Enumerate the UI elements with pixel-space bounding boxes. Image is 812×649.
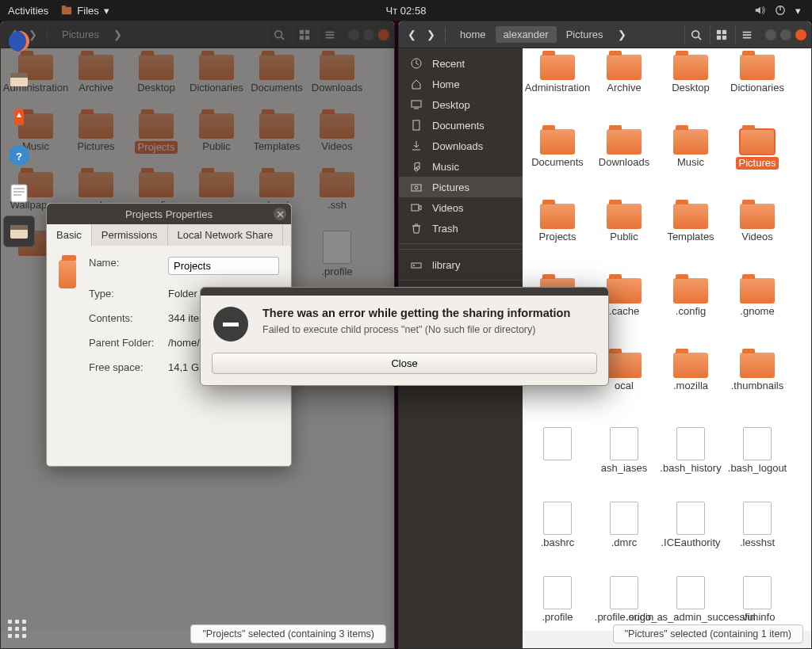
folder-icon [607, 204, 642, 229]
chevron-down-icon[interactable]: ▾ [795, 5, 801, 17]
file-icon [543, 427, 572, 460]
search-button[interactable] [684, 25, 707, 44]
file-icon [676, 502, 705, 535]
files-app-icon [61, 5, 72, 16]
svg-rect-11 [11, 185, 27, 202]
name-input[interactable] [168, 257, 279, 275]
item-label: .thumbnails [731, 380, 783, 391]
sidebar-item-recent[interactable]: Recent [399, 53, 523, 74]
maximize-button[interactable] [780, 29, 791, 40]
sidebar-item-pictures[interactable]: Pictures [399, 177, 523, 197]
folder-item[interactable]: .gnome [727, 278, 787, 349]
breadcrumb[interactable]: home [452, 26, 494, 43]
folder-item[interactable]: Downloads [594, 129, 654, 200]
svg-rect-41 [412, 185, 421, 191]
file-item[interactable] [527, 427, 588, 498]
folder-item[interactable]: Pictures [727, 129, 787, 200]
sidebar-item-home[interactable]: Home [399, 74, 523, 94]
status-bar-left: "Projects" selected (containing 3 items) [190, 624, 386, 643]
power-icon[interactable] [775, 5, 786, 16]
launcher-files-active[interactable] [3, 216, 35, 247]
drive-icon [410, 258, 423, 271]
file-item[interactable]: ash_iases [594, 427, 654, 498]
sidebar-label: Music [432, 161, 459, 173]
top-bar: Activities Files ▾ Чт 02:58 ▾ [0, 0, 812, 21]
sidebar-item-trash[interactable]: Trash [399, 218, 523, 239]
file-item[interactable]: .viminfo [727, 576, 787, 631]
item-label: Downloads [599, 157, 649, 168]
file-item[interactable]: .bash_logout [727, 427, 787, 498]
folder-icon [740, 353, 775, 378]
file-item[interactable]: .lesshst [727, 502, 787, 573]
item-label: Documents [531, 157, 584, 168]
sidebar-item-music[interactable]: Music [399, 156, 523, 177]
trash-icon [410, 222, 423, 235]
tab-permissions[interactable]: Permissions [92, 224, 168, 246]
show-applications-button[interactable] [8, 620, 26, 638]
launcher-firefox[interactable] [3, 25, 35, 57]
tab-basic[interactable]: Basic [47, 224, 92, 246]
launcher-help[interactable]: ? [3, 139, 35, 171]
hamburger-button[interactable] [735, 25, 757, 44]
sidebar-item-desktop[interactable]: Desktop [399, 94, 523, 115]
item-label: Music [677, 157, 704, 168]
sidebar-item-videos[interactable]: Videos [399, 197, 523, 218]
item-label: Archive [607, 82, 641, 94]
item-label: ocal [615, 380, 634, 391]
volume-icon[interactable] [754, 5, 765, 16]
file-item[interactable]: .ICEauthority [661, 502, 721, 573]
svg-rect-40 [413, 120, 419, 130]
close-icon[interactable] [274, 208, 286, 220]
folder-item[interactable]: Archive [594, 55, 654, 126]
item-label: Desktop [672, 82, 710, 94]
launcher-texteditor[interactable] [3, 178, 35, 209]
close-button[interactable]: Close [212, 353, 597, 374]
sidebar-item-library[interactable]: library [399, 254, 523, 275]
sidebar-item-documents[interactable]: Documents [399, 115, 523, 136]
folder-icon [740, 55, 775, 80]
activities-button[interactable]: Activities [8, 5, 48, 17]
minimize-button[interactable] [765, 29, 776, 40]
svg-point-26 [691, 30, 699, 37]
clock[interactable]: Чт 02:58 [386, 5, 427, 17]
view-grid-button[interactable] [710, 25, 732, 44]
folder-item[interactable]: Documents [527, 129, 588, 200]
folder-item[interactable]: .thumbnails [727, 353, 787, 424]
folder-item[interactable]: Templates [661, 204, 721, 275]
folder-icon [59, 260, 76, 288]
file-item[interactable]: .sudo_as_admin_successful [661, 576, 721, 631]
sidebar-label: Videos [432, 202, 464, 214]
folder-item[interactable]: .config [661, 278, 721, 349]
folder-icon [673, 278, 708, 304]
sidebar-item-downloads[interactable]: Downloads [399, 136, 523, 156]
folder-item[interactable]: Projects [527, 204, 588, 275]
folder-item[interactable]: Public [594, 204, 654, 275]
svg-rect-30 [716, 35, 720, 39]
folder-item[interactable]: Desktop [661, 55, 721, 126]
sidebar-label: Home [432, 78, 460, 90]
file-item[interactable]: .dmrc [594, 502, 654, 573]
breadcrumb[interactable]: Pictures [558, 26, 611, 43]
folder-item[interactable]: Administration [527, 55, 588, 126]
back-button[interactable]: ❮ [404, 25, 419, 44]
app-menu[interactable]: Files ▾ [61, 5, 109, 17]
file-item[interactable]: .profile [527, 576, 588, 631]
folder-item[interactable]: Music [661, 129, 721, 200]
file-item[interactable]: .bashrc [527, 502, 588, 573]
launcher-software[interactable] [3, 101, 35, 133]
folder-icon [607, 129, 642, 155]
file-item[interactable]: .bash_history [661, 427, 721, 498]
breadcrumb[interactable]: alexander [496, 26, 557, 43]
forward-button[interactable]: ❯ [423, 25, 439, 44]
folder-item[interactable]: Dictionaries [727, 55, 787, 126]
launcher: ? [0, 21, 38, 649]
folder-icon [740, 278, 775, 304]
breadcrumb-next[interactable]: ❯ [615, 25, 630, 44]
close-button[interactable] [795, 29, 806, 40]
launcher-files[interactable] [3, 63, 35, 95]
file-icon [676, 427, 705, 460]
folder-item[interactable]: Videos [727, 204, 787, 275]
file-icon [543, 576, 572, 609]
tab-share[interactable]: Local Network Share [168, 224, 284, 246]
folder-item[interactable]: .mozilla [661, 353, 721, 424]
